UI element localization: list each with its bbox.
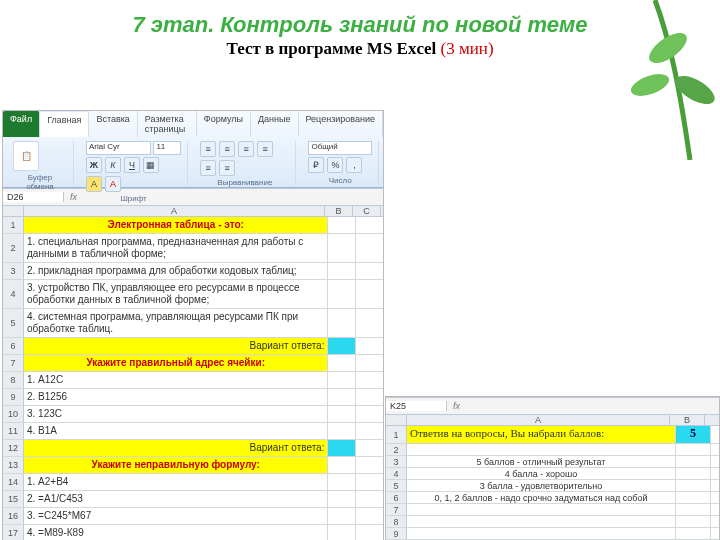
q1-opt2[interactable]: 2. прикладная программа для обработки ко… [24, 263, 328, 279]
q1-opt3[interactable]: 3. устройство ПК, управляющее его ресурс… [24, 280, 328, 308]
underline-icon[interactable]: Ч [124, 157, 140, 173]
italic-icon[interactable]: К [105, 157, 121, 173]
subtitle-main: Тест в программе MS Excel [226, 39, 440, 58]
fx-label-right: fx [447, 401, 466, 411]
q2-answer-label[interactable]: Вариант ответа: [24, 440, 328, 456]
result-header[interactable]: Ответив на вопросы, Вы набрали баллов: [407, 426, 676, 443]
blank-row[interactable] [407, 444, 676, 455]
q2-header[interactable]: Укажите правильный адрес ячейки: [24, 355, 328, 371]
tab-data[interactable]: Данные [251, 111, 299, 137]
legend-4[interactable]: 4 балла - хорошо [407, 468, 676, 479]
col-header-a[interactable]: A [24, 206, 325, 216]
q3-header[interactable]: Укажите неправильную формулу: [24, 457, 328, 473]
align-mid-icon[interactable]: ≡ [219, 141, 235, 157]
column-headers-right: A B [386, 415, 719, 426]
group-number-label: Число [308, 176, 372, 185]
q2-opt4[interactable]: 4. В1А [24, 423, 328, 439]
font-name-select[interactable]: Arial Cyr [86, 141, 151, 155]
q3-opt3[interactable]: 3. =С245*М67 [24, 508, 328, 524]
column-headers: A B C [3, 206, 383, 217]
group-number: Общий ₽ % , Число [302, 141, 379, 185]
legend-012[interactable]: 0, 1, 2 баллов - надо срочно задуматься … [407, 492, 676, 503]
excel-screenshot-result: K25 fx A B 1Ответив на вопросы, Вы набра… [385, 396, 720, 540]
q2-opt3[interactable]: 3. 123С [24, 406, 328, 422]
group-clipboard-label: Буфер обмена [13, 173, 67, 191]
name-box-right[interactable]: K25 [386, 401, 447, 411]
corner-cell-right[interactable] [386, 415, 407, 425]
number-format-select[interactable]: Общий [308, 141, 372, 155]
group-align: ≡ ≡ ≡ ≡ ≡ ≡ Выравнивание [194, 141, 296, 185]
q1-header[interactable]: Электронная таблица - это: [24, 217, 328, 233]
formula-bar-right: K25 fx [386, 397, 719, 415]
tab-review[interactable]: Рецензирование [299, 111, 384, 137]
legend-5[interactable]: 5 баллов - отличный результат [407, 456, 676, 467]
fill-color-icon[interactable]: A [86, 176, 102, 192]
q1-opt4[interactable]: 4. системная программа, управляющая ресу… [24, 309, 328, 337]
tab-file[interactable]: Файл [3, 111, 40, 137]
align-top-icon[interactable]: ≡ [200, 141, 216, 157]
col-header-b-r[interactable]: B [670, 415, 705, 425]
slide-title: 7 этап. Контроль знаний по новой теме [0, 12, 720, 37]
paste-icon[interactable]: 📋 [13, 141, 39, 171]
bold-icon[interactable]: Ж [86, 157, 102, 173]
svg-point-1 [628, 70, 672, 101]
tab-home[interactable]: Главная [40, 111, 89, 137]
name-box[interactable]: D26 [3, 192, 64, 202]
excel-screenshot-test: Файл Главная Вставка Разметка страницы Ф… [2, 110, 384, 540]
q1-answer-label[interactable]: Вариант ответа: [24, 338, 328, 354]
grid-rows: 1Электронная таблица - это: 21. специаль… [3, 217, 383, 540]
align-right-icon[interactable]: ≡ [219, 160, 235, 176]
legend-3[interactable]: 3 балла - удовлетворительно [407, 480, 676, 491]
tab-page-layout[interactable]: Разметка страницы [138, 111, 197, 137]
q2-answer-cell[interactable] [328, 440, 356, 456]
group-font: Arial Cyr 11 Ж К Ч ▦ A A Шрифт [80, 141, 188, 185]
group-align-label: Выравнивание [200, 178, 289, 187]
col-header-a-r[interactable]: A [407, 415, 670, 425]
col-header-b[interactable]: B [325, 206, 353, 216]
align-bot-icon[interactable]: ≡ [238, 141, 254, 157]
q1-answer-cell[interactable] [328, 338, 356, 354]
q3-opt2[interactable]: 2. =А1/С453 [24, 491, 328, 507]
fx-label: fx [64, 192, 83, 202]
align-center-icon[interactable]: ≡ [200, 160, 216, 176]
q3-opt1[interactable]: 1. А2+В4 [24, 474, 328, 490]
border-icon[interactable]: ▦ [143, 157, 159, 173]
currency-icon[interactable]: ₽ [308, 157, 324, 173]
font-color-icon[interactable]: A [105, 176, 121, 192]
corner-cell[interactable] [3, 206, 24, 216]
col-header-c[interactable]: C [353, 206, 381, 216]
font-size-select[interactable]: 11 [153, 141, 181, 155]
tab-insert[interactable]: Вставка [89, 111, 137, 137]
align-left-icon[interactable]: ≡ [257, 141, 273, 157]
subtitle-timing: (3 мин) [441, 39, 494, 58]
excel-ribbon: Файл Главная Вставка Разметка страницы Ф… [3, 111, 383, 188]
comma-icon[interactable]: , [346, 157, 362, 173]
q3-opt4[interactable]: 4. =М89-К89 [24, 525, 328, 540]
group-font-label: Шрифт [86, 194, 181, 203]
tab-formulas[interactable]: Формулы [197, 111, 251, 137]
score-cell[interactable]: 5 [676, 426, 711, 443]
percent-icon[interactable]: % [327, 157, 343, 173]
q2-opt1[interactable]: 1. А12С [24, 372, 328, 388]
group-clipboard: 📋 Буфер обмена [7, 141, 74, 185]
q1-opt1[interactable]: 1. специальная программа, предназначенна… [24, 234, 328, 262]
q2-opt2[interactable]: 2. В1256 [24, 389, 328, 405]
grid-rows-right: 1Ответив на вопросы, Вы набрали баллов:5… [386, 426, 719, 540]
